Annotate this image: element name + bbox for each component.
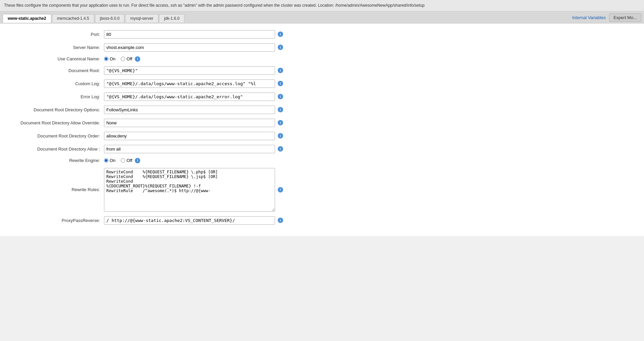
doc-root-dir-allow-label: Document Root Directory Allow : bbox=[10, 147, 104, 152]
use-canonical-name-label: Use Canonical Name: bbox=[10, 56, 104, 61]
doc-root-dir-options-input[interactable] bbox=[104, 106, 275, 114]
custom-log-info-icon[interactable]: i bbox=[278, 81, 283, 86]
rewrite-off-radio[interactable] bbox=[121, 158, 125, 163]
doc-root-dir-allow-input[interactable] bbox=[104, 145, 275, 153]
error-log-row: Error Log: i bbox=[10, 93, 634, 101]
tab-jboss[interactable]: jboss-6.0.0 bbox=[95, 14, 125, 22]
doc-root-dir-order-input[interactable] bbox=[104, 132, 275, 140]
tabs-right: Internal Variables Expert Mo... bbox=[572, 13, 641, 23]
doc-root-dir-allow-override-row: Document Root Directory Allow Override: … bbox=[10, 119, 634, 127]
rewrite-on-label: On bbox=[110, 158, 115, 163]
expert-mode-button[interactable]: Expert Mo... bbox=[609, 13, 641, 22]
port-row: Port: i bbox=[10, 30, 634, 39]
rewrite-rules-textarea[interactable]: RewriteCond %{REQUEST_FILENAME} \.php$ [… bbox=[104, 168, 275, 212]
rewrite-engine-row: Rewrite Engine: On Off i bbox=[10, 158, 634, 163]
use-canonical-name-row: Use Canonical Name: On Off i bbox=[10, 56, 634, 62]
rewrite-engine-radio-group: On Off bbox=[104, 158, 132, 163]
rewrite-rules-info-icon[interactable]: i bbox=[278, 187, 283, 192]
error-log-info-icon[interactable]: i bbox=[278, 94, 283, 99]
doc-root-dir-allow-row: Document Root Directory Allow : i bbox=[10, 145, 634, 153]
error-log-label: Error Log: bbox=[10, 94, 104, 99]
server-name-row: Server Name: i bbox=[10, 43, 634, 52]
rewrite-rules-label: Rewrite Rules: bbox=[10, 187, 104, 192]
doc-root-dir-allow-info-icon[interactable]: i bbox=[278, 146, 283, 152]
port-info-icon[interactable]: i bbox=[278, 32, 283, 37]
doc-root-dir-order-info-icon[interactable]: i bbox=[278, 133, 283, 138]
rewrite-off-option[interactable]: Off bbox=[121, 158, 132, 163]
rewrite-rules-row: Rewrite Rules: RewriteCond %{REQUEST_FIL… bbox=[10, 168, 634, 212]
doc-root-dir-options-info-icon[interactable]: i bbox=[278, 107, 283, 112]
server-name-label: Server Name: bbox=[10, 45, 104, 50]
doc-root-dir-options-row: Document Root Directory Options: i bbox=[10, 106, 634, 114]
doc-root-dir-allow-override-info-icon[interactable]: i bbox=[278, 120, 283, 125]
top-info-text: These files configure the components tha… bbox=[0, 0, 644, 11]
document-root-input[interactable] bbox=[104, 66, 275, 75]
doc-root-dir-order-label: Document Root Directory Order: bbox=[10, 133, 104, 138]
use-canonical-name-radio-group: On Off bbox=[104, 56, 132, 61]
tab-jdk[interactable]: jdk-1.6.0 bbox=[159, 14, 184, 22]
proxy-pass-reverse-input[interactable] bbox=[104, 216, 275, 225]
doc-root-dir-allow-override-label: Document Root Directory Allow Override: bbox=[10, 120, 104, 125]
tab-www-static-apache2[interactable]: www-static.apache2 bbox=[3, 14, 51, 23]
server-name-input[interactable] bbox=[104, 43, 275, 52]
custom-log-row: Custom Log: i bbox=[10, 79, 634, 88]
doc-root-dir-allow-override-input[interactable] bbox=[104, 119, 275, 127]
doc-root-dir-order-row: Document Root Directory Order: i bbox=[10, 132, 634, 140]
custom-log-label: Custom Log: bbox=[10, 81, 104, 86]
canonical-off-radio[interactable] bbox=[121, 57, 125, 61]
proxy-pass-reverse-row: ProxyPassReverse: i bbox=[10, 216, 634, 225]
form-content: Port: i Server Name: i Use Canonical Nam… bbox=[0, 23, 644, 236]
tab-mysql-server[interactable]: mysql-server bbox=[125, 14, 158, 22]
proxy-pass-reverse-info-icon[interactable]: i bbox=[278, 218, 283, 223]
internal-variables-link[interactable]: Internal Variables bbox=[572, 15, 606, 20]
doc-root-dir-options-label: Document Root Directory Options: bbox=[10, 107, 104, 112]
document-root-label: Document Root: bbox=[10, 68, 104, 73]
canonical-on-option[interactable]: On bbox=[104, 56, 115, 61]
canonical-off-option[interactable]: Off bbox=[121, 56, 132, 61]
top-info-bar: These files configure the components tha… bbox=[0, 0, 644, 11]
rewrite-on-radio[interactable] bbox=[104, 158, 108, 163]
canonical-on-radio[interactable] bbox=[104, 57, 108, 61]
document-root-row: Document Root: i bbox=[10, 66, 634, 75]
tab-memcached[interactable]: memcached-1.4.5 bbox=[52, 14, 94, 22]
server-name-info-icon[interactable]: i bbox=[278, 45, 283, 50]
rewrite-engine-info-icon[interactable]: i bbox=[135, 158, 140, 163]
port-label: Port: bbox=[10, 32, 104, 37]
document-root-info-icon[interactable]: i bbox=[278, 68, 283, 73]
canonical-info-icon[interactable]: i bbox=[135, 56, 140, 62]
proxy-pass-reverse-label: ProxyPassReverse: bbox=[10, 218, 104, 223]
port-input[interactable] bbox=[104, 30, 275, 39]
rewrite-engine-label: Rewrite Engine: bbox=[10, 158, 104, 163]
custom-log-input[interactable] bbox=[104, 79, 275, 88]
canonical-on-label: On bbox=[110, 56, 115, 61]
tabs-left: www-static.apache2 memcached-1.4.5 jboss… bbox=[3, 14, 184, 22]
rewrite-off-label: Off bbox=[126, 158, 132, 163]
rewrite-on-option[interactable]: On bbox=[104, 158, 115, 163]
tabs-bar: www-static.apache2 memcached-1.4.5 jboss… bbox=[0, 11, 644, 23]
canonical-off-label: Off bbox=[126, 56, 132, 61]
error-log-input[interactable] bbox=[104, 93, 275, 101]
